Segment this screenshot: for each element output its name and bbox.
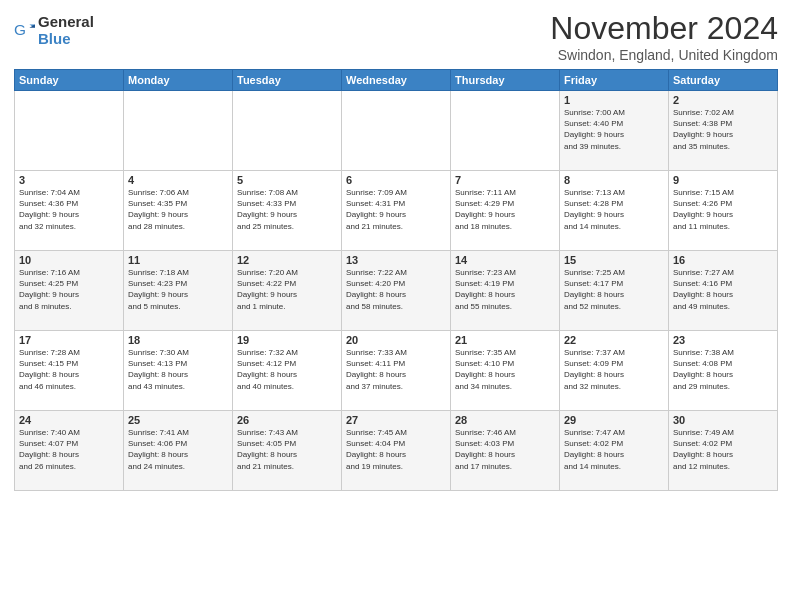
logo-general: General xyxy=(38,14,94,31)
day-number: 2 xyxy=(673,94,773,106)
logo: G General Blue xyxy=(14,14,94,47)
day-info: Sunrise: 7:32 AM Sunset: 4:12 PM Dayligh… xyxy=(237,347,337,392)
day-cell: 8Sunrise: 7:13 AM Sunset: 4:28 PM Daylig… xyxy=(560,171,669,251)
col-wednesday: Wednesday xyxy=(342,70,451,91)
day-number: 20 xyxy=(346,334,446,346)
day-number: 28 xyxy=(455,414,555,426)
day-number: 11 xyxy=(128,254,228,266)
day-number: 23 xyxy=(673,334,773,346)
day-cell xyxy=(15,91,124,171)
day-cell: 18Sunrise: 7:30 AM Sunset: 4:13 PM Dayli… xyxy=(124,331,233,411)
day-info: Sunrise: 7:46 AM Sunset: 4:03 PM Dayligh… xyxy=(455,427,555,472)
day-number: 18 xyxy=(128,334,228,346)
day-cell: 15Sunrise: 7:25 AM Sunset: 4:17 PM Dayli… xyxy=(560,251,669,331)
day-info: Sunrise: 7:18 AM Sunset: 4:23 PM Dayligh… xyxy=(128,267,228,312)
day-number: 13 xyxy=(346,254,446,266)
day-info: Sunrise: 7:00 AM Sunset: 4:40 PM Dayligh… xyxy=(564,107,664,152)
day-info: Sunrise: 7:02 AM Sunset: 4:38 PM Dayligh… xyxy=(673,107,773,152)
day-number: 17 xyxy=(19,334,119,346)
day-cell xyxy=(124,91,233,171)
day-cell: 17Sunrise: 7:28 AM Sunset: 4:15 PM Dayli… xyxy=(15,331,124,411)
col-monday: Monday xyxy=(124,70,233,91)
day-info: Sunrise: 7:25 AM Sunset: 4:17 PM Dayligh… xyxy=(564,267,664,312)
day-number: 5 xyxy=(237,174,337,186)
day-cell: 3Sunrise: 7:04 AM Sunset: 4:36 PM Daylig… xyxy=(15,171,124,251)
col-friday: Friday xyxy=(560,70,669,91)
day-number: 7 xyxy=(455,174,555,186)
day-info: Sunrise: 7:16 AM Sunset: 4:25 PM Dayligh… xyxy=(19,267,119,312)
day-cell: 7Sunrise: 7:11 AM Sunset: 4:29 PM Daylig… xyxy=(451,171,560,251)
day-info: Sunrise: 7:28 AM Sunset: 4:15 PM Dayligh… xyxy=(19,347,119,392)
day-number: 8 xyxy=(564,174,664,186)
day-cell: 26Sunrise: 7:43 AM Sunset: 4:05 PM Dayli… xyxy=(233,411,342,491)
day-number: 30 xyxy=(673,414,773,426)
day-cell: 13Sunrise: 7:22 AM Sunset: 4:20 PM Dayli… xyxy=(342,251,451,331)
calendar-header: Sunday Monday Tuesday Wednesday Thursday… xyxy=(15,70,778,91)
day-number: 15 xyxy=(564,254,664,266)
day-number: 16 xyxy=(673,254,773,266)
week-row-3: 17Sunrise: 7:28 AM Sunset: 4:15 PM Dayli… xyxy=(15,331,778,411)
day-number: 25 xyxy=(128,414,228,426)
day-number: 19 xyxy=(237,334,337,346)
day-cell: 20Sunrise: 7:33 AM Sunset: 4:11 PM Dayli… xyxy=(342,331,451,411)
calendar-table: Sunday Monday Tuesday Wednesday Thursday… xyxy=(14,69,778,491)
day-info: Sunrise: 7:27 AM Sunset: 4:16 PM Dayligh… xyxy=(673,267,773,312)
page: G General Blue November 2024 Swindon, En… xyxy=(0,0,792,612)
day-cell: 27Sunrise: 7:45 AM Sunset: 4:04 PM Dayli… xyxy=(342,411,451,491)
day-number: 22 xyxy=(564,334,664,346)
day-cell: 22Sunrise: 7:37 AM Sunset: 4:09 PM Dayli… xyxy=(560,331,669,411)
month-title: November 2024 xyxy=(550,10,778,47)
day-number: 14 xyxy=(455,254,555,266)
day-info: Sunrise: 7:43 AM Sunset: 4:05 PM Dayligh… xyxy=(237,427,337,472)
day-number: 6 xyxy=(346,174,446,186)
location: Swindon, England, United Kingdom xyxy=(550,47,778,63)
svg-text:G: G xyxy=(14,21,26,38)
day-info: Sunrise: 7:38 AM Sunset: 4:08 PM Dayligh… xyxy=(673,347,773,392)
day-number: 21 xyxy=(455,334,555,346)
week-row-0: 1Sunrise: 7:00 AM Sunset: 4:40 PM Daylig… xyxy=(15,91,778,171)
day-info: Sunrise: 7:47 AM Sunset: 4:02 PM Dayligh… xyxy=(564,427,664,472)
calendar-body: 1Sunrise: 7:00 AM Sunset: 4:40 PM Daylig… xyxy=(15,91,778,491)
day-cell: 14Sunrise: 7:23 AM Sunset: 4:19 PM Dayli… xyxy=(451,251,560,331)
logo-blue: Blue xyxy=(38,31,94,48)
day-cell xyxy=(451,91,560,171)
col-sunday: Sunday xyxy=(15,70,124,91)
day-cell: 30Sunrise: 7:49 AM Sunset: 4:02 PM Dayli… xyxy=(669,411,778,491)
day-cell: 12Sunrise: 7:20 AM Sunset: 4:22 PM Dayli… xyxy=(233,251,342,331)
day-cell: 28Sunrise: 7:46 AM Sunset: 4:03 PM Dayli… xyxy=(451,411,560,491)
week-row-1: 3Sunrise: 7:04 AM Sunset: 4:36 PM Daylig… xyxy=(15,171,778,251)
day-info: Sunrise: 7:15 AM Sunset: 4:26 PM Dayligh… xyxy=(673,187,773,232)
logo-icon: G xyxy=(14,20,36,42)
day-info: Sunrise: 7:37 AM Sunset: 4:09 PM Dayligh… xyxy=(564,347,664,392)
col-tuesday: Tuesday xyxy=(233,70,342,91)
week-row-2: 10Sunrise: 7:16 AM Sunset: 4:25 PM Dayli… xyxy=(15,251,778,331)
day-info: Sunrise: 7:23 AM Sunset: 4:19 PM Dayligh… xyxy=(455,267,555,312)
day-info: Sunrise: 7:41 AM Sunset: 4:06 PM Dayligh… xyxy=(128,427,228,472)
day-cell: 4Sunrise: 7:06 AM Sunset: 4:35 PM Daylig… xyxy=(124,171,233,251)
week-row-4: 24Sunrise: 7:40 AM Sunset: 4:07 PM Dayli… xyxy=(15,411,778,491)
day-cell: 5Sunrise: 7:08 AM Sunset: 4:33 PM Daylig… xyxy=(233,171,342,251)
day-number: 29 xyxy=(564,414,664,426)
day-cell: 6Sunrise: 7:09 AM Sunset: 4:31 PM Daylig… xyxy=(342,171,451,251)
day-cell: 16Sunrise: 7:27 AM Sunset: 4:16 PM Dayli… xyxy=(669,251,778,331)
header-row: Sunday Monday Tuesday Wednesday Thursday… xyxy=(15,70,778,91)
day-cell: 1Sunrise: 7:00 AM Sunset: 4:40 PM Daylig… xyxy=(560,91,669,171)
day-info: Sunrise: 7:35 AM Sunset: 4:10 PM Dayligh… xyxy=(455,347,555,392)
day-number: 3 xyxy=(19,174,119,186)
day-info: Sunrise: 7:08 AM Sunset: 4:33 PM Dayligh… xyxy=(237,187,337,232)
day-number: 10 xyxy=(19,254,119,266)
day-info: Sunrise: 7:13 AM Sunset: 4:28 PM Dayligh… xyxy=(564,187,664,232)
day-info: Sunrise: 7:49 AM Sunset: 4:02 PM Dayligh… xyxy=(673,427,773,472)
col-saturday: Saturday xyxy=(669,70,778,91)
day-number: 26 xyxy=(237,414,337,426)
day-info: Sunrise: 7:06 AM Sunset: 4:35 PM Dayligh… xyxy=(128,187,228,232)
header: G General Blue November 2024 Swindon, En… xyxy=(14,10,778,63)
day-number: 9 xyxy=(673,174,773,186)
day-info: Sunrise: 7:45 AM Sunset: 4:04 PM Dayligh… xyxy=(346,427,446,472)
day-cell: 25Sunrise: 7:41 AM Sunset: 4:06 PM Dayli… xyxy=(124,411,233,491)
day-info: Sunrise: 7:11 AM Sunset: 4:29 PM Dayligh… xyxy=(455,187,555,232)
day-number: 27 xyxy=(346,414,446,426)
day-info: Sunrise: 7:30 AM Sunset: 4:13 PM Dayligh… xyxy=(128,347,228,392)
day-cell: 11Sunrise: 7:18 AM Sunset: 4:23 PM Dayli… xyxy=(124,251,233,331)
day-cell: 21Sunrise: 7:35 AM Sunset: 4:10 PM Dayli… xyxy=(451,331,560,411)
